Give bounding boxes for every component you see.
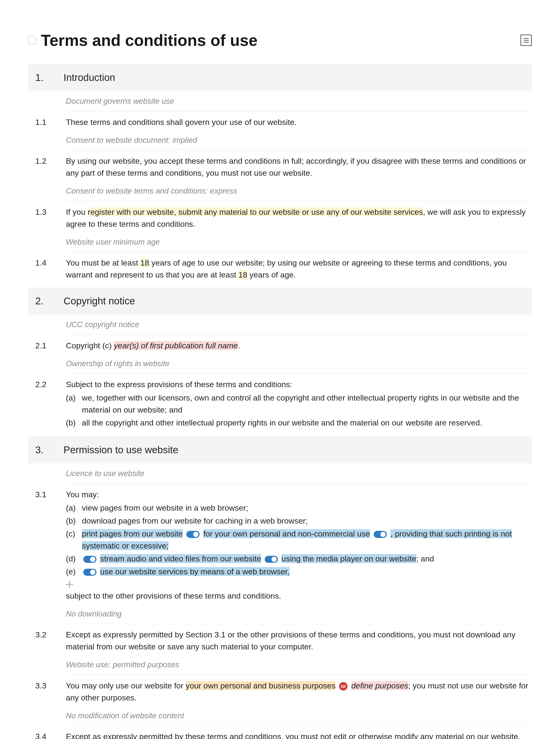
clause-note: Consent to website document: implied: [66, 130, 529, 151]
item-label: (b): [66, 515, 79, 527]
item-text: view pages from our website in a web bro…: [82, 502, 529, 514]
item-text: download pages from our website for cach…: [82, 515, 529, 527]
clause-1-2: 1.2 By using our website, you accept the…: [28, 150, 532, 181]
clause-note: Consent to website terms and conditions:…: [66, 181, 529, 201]
clause-number: 2.2: [35, 379, 56, 430]
section-number: 3.: [35, 442, 49, 457]
clause-3-1: 3.1 You may: (a) view pages from our web…: [28, 484, 532, 604]
clause-tail: subject to the other provisions of these…: [66, 590, 529, 602]
item-label: (b): [66, 417, 79, 429]
or-badge[interactable]: or: [339, 682, 347, 691]
clause-number: 3.1: [35, 488, 56, 602]
item-label: (a): [66, 502, 79, 514]
page-header: Terms and conditions of use: [28, 28, 532, 52]
list-item: (b) download pages from our website for …: [66, 515, 529, 527]
item-label: (a): [66, 392, 79, 404]
title-wrap: Terms and conditions of use: [28, 28, 258, 52]
optional-segment[interactable]: print pages from our website: [82, 529, 183, 538]
list-item: (b) all the copyright and other intellec…: [66, 417, 529, 429]
list-item: (c) print pages from our website for you…: [66, 528, 529, 552]
item-label: (c): [66, 528, 79, 540]
clause-body: By using our website, you accept these t…: [66, 155, 529, 179]
clause-note: No downloading: [66, 604, 529, 624]
toggle-switch[interactable]: [374, 531, 387, 538]
clause-number: 1.1: [35, 116, 56, 128]
clause-body: Subject to the express provisions of the…: [66, 379, 529, 430]
clause-number: 1.2: [35, 155, 56, 179]
clause-3-3: 3.3 You may only use our website for you…: [28, 675, 532, 706]
add-item-icon[interactable]: [66, 581, 73, 588]
editable-highlight[interactable]: register with our website, submit any ma…: [88, 207, 423, 216]
section-2-header: 2. Copyright notice: [28, 287, 532, 314]
item-text: stream audio and video files from our we…: [82, 553, 529, 565]
editable-highlight[interactable]: 18: [140, 258, 149, 267]
text-segment: .: [238, 341, 240, 350]
optional-segment[interactable]: stream audio and video files from our we…: [100, 554, 261, 563]
option-segment[interactable]: your own personal and business purposes: [186, 681, 335, 690]
section-number: 1.: [35, 70, 49, 85]
clause-body: You may only use our website for your ow…: [66, 680, 529, 704]
clause-body: Except as expressly permitted by Section…: [66, 629, 529, 653]
item-text: use our website services by means of a w…: [82, 566, 529, 578]
placeholder-field[interactable]: define purposes: [351, 681, 408, 690]
text-segment: Copyright (c): [66, 341, 114, 350]
item-text: print pages from our website for your ow…: [82, 528, 529, 552]
placeholder-field[interactable]: year(s) of first publication full name: [114, 341, 238, 350]
clause-intro: Subject to the express provisions of the…: [66, 379, 529, 391]
list-item: (e) use our website services by means of…: [66, 566, 529, 578]
clause-body: Copyright (c) year(s) of first publicati…: [66, 340, 529, 351]
text-segment: If you: [66, 207, 88, 216]
outline-menu-icon[interactable]: [521, 34, 532, 46]
list-item: (a) view pages from our website in a web…: [66, 502, 529, 514]
text-segment: You must be at least: [66, 258, 140, 267]
clause-body: These terms and conditions shall govern …: [66, 116, 529, 128]
text-segment: ; and: [416, 554, 434, 563]
section-title: Copyright notice: [63, 294, 135, 308]
clause-number: 3.3: [35, 680, 56, 704]
toggle-switch[interactable]: [186, 531, 199, 538]
list-item: (d) stream audio and video files from ou…: [66, 553, 529, 565]
document-icon: [28, 36, 37, 44]
clause-number: 2.1: [35, 340, 56, 351]
clause-body: If you register with our website, submit…: [66, 206, 529, 230]
clause-number: 1.4: [35, 257, 56, 281]
clause-note: Website user minimum age: [66, 232, 529, 252]
optional-segment[interactable]: use our website services by means of a w…: [100, 567, 289, 576]
section-number: 2.: [35, 294, 49, 308]
toggle-switch[interactable]: [265, 556, 278, 563]
page-title: Terms and conditions of use: [41, 28, 258, 52]
toggle-switch[interactable]: [83, 556, 97, 563]
clause-body: You may: (a) view pages from our website…: [66, 488, 529, 602]
clause-note: UCC copyright notice: [66, 314, 529, 335]
clause-body: Except as expressly permitted by these t…: [66, 731, 529, 739]
clause-1-1: 1.1 These terms and conditions shall gov…: [28, 112, 532, 130]
clause-note: Licence to use website: [66, 463, 529, 484]
clause-note: Website use: permitted purposes: [66, 654, 529, 675]
clause-number: 3.4: [35, 731, 56, 739]
clause-note: Document governs website use: [66, 91, 529, 112]
sublist: (a) we, together with our licensors, own…: [66, 392, 529, 429]
sublist: (a) view pages from our website in a web…: [66, 502, 529, 578]
text-segment: years of age.: [247, 270, 296, 279]
optional-segment[interactable]: using the media player on our website: [281, 554, 416, 563]
editable-highlight[interactable]: 18: [238, 270, 247, 279]
clause-note: No modification of website content: [66, 706, 529, 726]
section-title: Permission to use website: [63, 442, 178, 457]
item-label: (d): [66, 553, 79, 565]
item-text: we, together with our licensors, own and…: [82, 392, 529, 416]
clause-3-4: 3.4 Except as expressly permitted by the…: [28, 726, 532, 739]
clause-1-3: 1.3 If you register with our website, su…: [28, 201, 532, 232]
clause-number: 3.2: [35, 629, 56, 653]
clause-body: You must be at least 18 years of age to …: [66, 257, 529, 281]
toggle-switch[interactable]: [83, 569, 97, 576]
optional-segment[interactable]: for your own personal and non-commercial…: [203, 529, 370, 538]
section-1-header: 1. Introduction: [28, 64, 532, 91]
section-3-header: 3. Permission to use website: [28, 436, 532, 463]
item-text: all the copyright and other intellectual…: [82, 417, 529, 429]
item-label: (e): [66, 566, 79, 578]
section-title: Introduction: [63, 70, 115, 85]
text-segment: You may only use our website for: [66, 681, 186, 690]
clause-intro: You may:: [66, 488, 529, 500]
clause-1-4: 1.4 You must be at least 18 years of age…: [28, 252, 532, 283]
clause-note: Ownership of rights in website: [66, 353, 529, 374]
